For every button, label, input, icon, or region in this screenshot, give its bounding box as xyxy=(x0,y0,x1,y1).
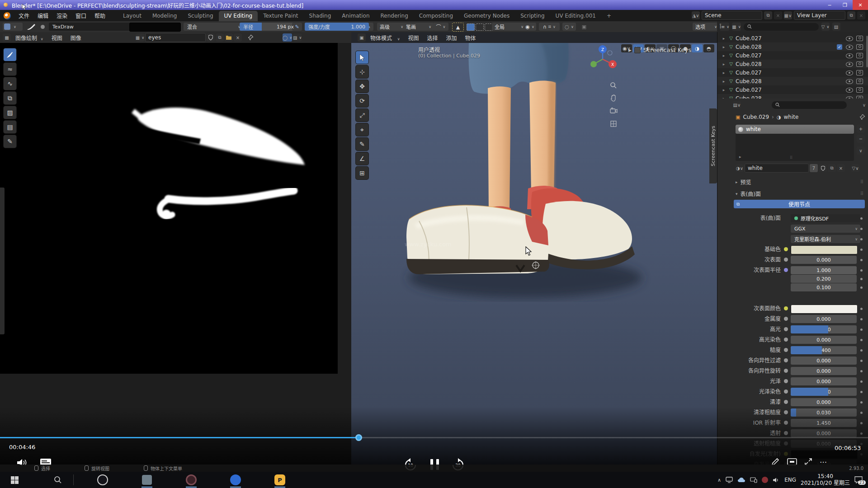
options-dropdown[interactable]: 选项∨ xyxy=(693,23,720,31)
value-field[interactable]: 0.000 xyxy=(791,367,857,375)
add-cube-tool-button[interactable]: ⊞ xyxy=(356,167,368,179)
value-field[interactable]: 1.450 xyxy=(791,419,857,427)
image-unlink-icon[interactable]: × xyxy=(234,33,242,42)
cursor-tool-button[interactable]: ▲ xyxy=(452,23,464,32)
color-swatch[interactable] xyxy=(791,245,858,254)
image-name-field[interactable]: eyes xyxy=(145,33,206,42)
selection-mode-0[interactable] xyxy=(467,23,475,31)
outliner-row-1[interactable]: ▸▽Cube.028✓ xyxy=(717,42,868,51)
object-name[interactable]: Cube.027 xyxy=(736,35,762,42)
mask-texture-icon[interactable] xyxy=(41,23,46,31)
expand-icon[interactable]: ▸ xyxy=(720,88,727,92)
material-users-button[interactable]: 7 xyxy=(810,164,818,172)
disable-render-icon[interactable] xyxy=(856,53,863,58)
section-preview[interactable]: ▸预览⠿ xyxy=(736,178,864,186)
image-browse-dropdown[interactable]: ▦∨ xyxy=(136,33,144,42)
measure-tool-button[interactable]: ∠ xyxy=(356,152,368,165)
material-copy-button[interactable]: ⧉ xyxy=(828,164,836,172)
photos-icon[interactable] xyxy=(139,472,155,488)
tab-uv-editing[interactable]: UV Editing xyxy=(219,11,258,21)
close-button[interactable]: ✕ xyxy=(853,0,868,10)
scene-field[interactable]: Scene xyxy=(702,11,762,20)
expand-icon[interactable]: ▸ xyxy=(720,45,727,49)
slot-specials-button[interactable]: ∨ xyxy=(857,146,865,155)
tab-animation[interactable]: Animation xyxy=(336,11,375,21)
zoom-icon[interactable] xyxy=(610,82,617,89)
new-collection-button[interactable]: ▤ xyxy=(832,23,840,31)
app-menu-1[interactable]: 编辑 xyxy=(33,12,52,19)
cursor-tool-button[interactable]: ⊹ xyxy=(356,66,368,78)
value-field[interactable]: 0.000 xyxy=(791,336,857,344)
object-name[interactable]: Cube.028 xyxy=(736,78,762,84)
breadcrumb-object[interactable]: Cube.029 xyxy=(743,114,769,120)
onedrive-cloud-icon[interactable] xyxy=(737,477,745,483)
outliner-row-3[interactable]: ▸▽Cube.028 xyxy=(717,60,868,68)
app-menu-3[interactable]: 窗口 xyxy=(71,12,90,19)
value-field[interactable]: 0.500 xyxy=(791,388,857,396)
pin-icon[interactable] xyxy=(860,114,865,120)
expand-icon[interactable]: ▸ xyxy=(720,36,727,41)
app-menu-0[interactable]: 文件 xyxy=(14,12,33,19)
scale-tool-button[interactable]: ⤢ xyxy=(356,109,368,122)
object-name[interactable]: Cube.028 xyxy=(736,44,762,50)
vector-field-0[interactable]: 1.000 xyxy=(791,266,857,274)
vp-menu-object[interactable]: 物体 xyxy=(462,34,480,42)
region-scrollbar[interactable] xyxy=(0,188,5,334)
expand-icon[interactable]: ▸ xyxy=(720,62,727,66)
blend-mode-dropdown[interactable]: 混合∨ xyxy=(184,23,244,31)
value-field[interactable]: 0.030 xyxy=(791,408,857,417)
tab-geometry-nodes[interactable]: Geometry Nodes xyxy=(458,11,515,21)
strength-slider[interactable]: 强度/力度1.000 xyxy=(305,23,369,31)
value-field[interactable]: 0.000 xyxy=(791,256,857,264)
tab-rendering[interactable]: Rendering xyxy=(375,11,414,21)
expand-icon[interactable]: ▸ xyxy=(720,79,727,84)
value-field[interactable]: 0.000 xyxy=(791,315,857,323)
move-tool-button[interactable]: ✥ xyxy=(356,80,368,93)
image-copy-icon[interactable]: ⧉ xyxy=(216,33,224,42)
slot-add-button[interactable]: + xyxy=(857,125,865,133)
maximize-button[interactable]: ❐ xyxy=(837,0,853,10)
tab-layout[interactable]: Layout xyxy=(118,11,147,21)
potplayer-icon[interactable]: P xyxy=(272,472,288,488)
expand-icon[interactable]: ▸ xyxy=(720,70,727,75)
fake-user-shield-icon[interactable] xyxy=(207,33,215,42)
object-name[interactable]: Cube.027 xyxy=(736,52,762,59)
snap-dropdown[interactable]: ∩ ⌗∨ xyxy=(539,23,560,31)
value-field[interactable]: 0.000 xyxy=(791,398,857,406)
breadcrumb-material[interactable]: white xyxy=(784,114,799,120)
properties-options-chevron[interactable]: ∨ xyxy=(863,103,866,108)
viewlayer-copy-icon[interactable]: ⧉ xyxy=(847,11,855,19)
value-field[interactable]: 克里斯坦森-伯利∨ xyxy=(791,235,860,243)
object-mode-icon[interactable]: ▣ xyxy=(358,33,366,42)
fake-user-shield-button[interactable] xyxy=(819,164,827,172)
brush-name-field[interactable]: TexDraw xyxy=(49,23,134,31)
editor-type-icon[interactable]: ▩ xyxy=(3,33,11,42)
tab-uv-editing-001[interactable]: UV Editing.001 xyxy=(550,11,601,21)
hide-eye-icon[interactable] xyxy=(846,62,853,67)
brush-color-swatch[interactable] xyxy=(129,23,181,32)
navigation-gizmo[interactable]: Z X xyxy=(586,43,619,75)
tab-compositing[interactable]: Compositing xyxy=(414,11,458,21)
clone-brush-button[interactable]: ⧉ xyxy=(4,92,16,104)
taskbar-search-button[interactable] xyxy=(50,472,66,488)
outliner-row-4[interactable]: ▸▽Cube.027 xyxy=(717,68,868,77)
image-editor[interactable]: ≈∿⧉▨▤✎ xyxy=(0,43,351,465)
section-surface[interactable]: ▾表(曲)面⠿ xyxy=(736,190,864,197)
viewlayer-remove-icon[interactable]: × xyxy=(857,11,865,19)
slot-expand-arrow[interactable]: ▸ xyxy=(739,155,741,159)
object-name[interactable]: Cube.027 xyxy=(736,70,762,76)
app-menu-2[interactable]: 渲染 xyxy=(52,12,71,19)
screencast-keys-panel[interactable]: ▶ Screencast Keys xyxy=(628,47,691,53)
start-button[interactable] xyxy=(6,472,23,488)
tab-scripting[interactable]: Scripting xyxy=(515,11,550,21)
value-field[interactable]: 0.000 xyxy=(791,429,857,437)
display-channels-dropdown[interactable]: ▨∨ xyxy=(293,33,302,42)
properties-display-dropdown[interactable]: ▤∨ xyxy=(733,101,741,109)
tray-network-icon[interactable] xyxy=(750,477,757,483)
viewport-3d[interactable]: ◉∨⊹∨◐∨▣◯●◑◓ xyxy=(351,43,717,465)
blender-logo-icon[interactable] xyxy=(4,12,11,19)
outliner-filter-funnel[interactable]: ▽∨ xyxy=(821,23,830,31)
soften-brush-button[interactable]: ≈ xyxy=(4,63,16,75)
advanced-dropdown[interactable]: 高级∨ xyxy=(377,23,406,31)
tab-shading[interactable]: Shading xyxy=(304,11,337,21)
